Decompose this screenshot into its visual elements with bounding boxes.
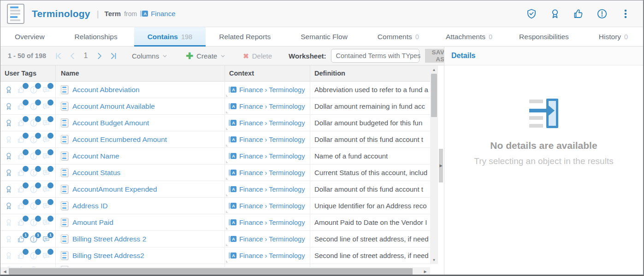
alert-tag[interactable] bbox=[30, 185, 38, 194]
alert-tag[interactable] bbox=[30, 102, 38, 111]
table-row[interactable]: Address ID A Finance › Terminology Uniqu… bbox=[0, 198, 430, 214]
scroll-right-icon[interactable]: ▶ bbox=[421, 268, 429, 275]
current-page-number[interactable]: 1 bbox=[80, 52, 91, 60]
alert-tag[interactable] bbox=[30, 202, 38, 210]
tab-relationships[interactable]: Relationships bbox=[61, 27, 134, 46]
comment-tag[interactable] bbox=[42, 169, 50, 177]
thumbs-up-tag[interactable] bbox=[17, 135, 25, 144]
thumbs-up-icon[interactable] bbox=[573, 8, 584, 19]
comment-tag[interactable] bbox=[42, 202, 50, 210]
thumbs-up-tag[interactable] bbox=[17, 169, 25, 177]
delete-button[interactable]: ✖ Delete bbox=[238, 52, 277, 60]
thumbs-up-tag[interactable] bbox=[17, 152, 25, 160]
column-header-name[interactable]: Name bbox=[56, 65, 225, 81]
comment-tag[interactable] bbox=[42, 218, 50, 227]
context-path-link[interactable]: Finance › Terminology bbox=[239, 136, 305, 143]
context-path-link[interactable]: Finance › Terminology bbox=[239, 86, 305, 94]
tab-related-reports[interactable]: Related Reports bbox=[206, 27, 287, 46]
table-row[interactable]: AccountAmount Expended A Finance › Termi… bbox=[0, 181, 430, 198]
context-path-link[interactable]: Finance › Terminology bbox=[239, 202, 305, 210]
first-page-icon[interactable] bbox=[53, 50, 65, 62]
comment-tag[interactable] bbox=[42, 119, 50, 127]
worksheet-select[interactable]: Contained Terms with TYpes bbox=[331, 49, 419, 63]
context-path-link[interactable]: Finance › Terminology bbox=[239, 169, 305, 176]
award-tag[interactable] bbox=[5, 185, 13, 194]
thumbs-up-tag[interactable] bbox=[17, 218, 25, 227]
thumbs-up-tag[interactable]: 1 bbox=[17, 235, 25, 243]
next-page-icon[interactable] bbox=[93, 50, 105, 62]
alert-tag[interactable] bbox=[30, 218, 38, 227]
columns-dropdown[interactable]: Columns bbox=[127, 52, 172, 60]
thumbs-up-tag[interactable] bbox=[17, 102, 25, 111]
term-name-link[interactable]: Billing Street Address2 bbox=[72, 252, 144, 260]
term-name-link[interactable]: Address ID bbox=[72, 202, 108, 210]
table-row[interactable]: Account Amount Available A Finance › Ter… bbox=[0, 98, 430, 115]
award-tag[interactable] bbox=[5, 169, 13, 177]
alert-tag[interactable] bbox=[30, 119, 38, 127]
thumbs-up-tag[interactable] bbox=[17, 86, 25, 94]
award-tag[interactable] bbox=[5, 86, 13, 94]
thumbs-up-tag[interactable] bbox=[17, 202, 25, 210]
column-header-context[interactable]: Context bbox=[225, 65, 310, 81]
context-path-link[interactable]: Finance › Terminology bbox=[239, 219, 305, 226]
tab-overview[interactable]: Overview bbox=[1, 27, 61, 46]
term-name-link[interactable]: Account Abbreviation bbox=[72, 86, 140, 94]
table-row[interactable]: Account Budget Amount A Finance › Termin… bbox=[0, 115, 430, 131]
tab-attachments[interactable]: Attachments 0 bbox=[432, 27, 506, 46]
alert-icon[interactable] bbox=[597, 8, 608, 19]
scroll-down-icon[interactable]: ▼ bbox=[430, 256, 438, 264]
last-page-icon[interactable] bbox=[107, 50, 119, 62]
award-tag[interactable] bbox=[5, 218, 13, 227]
context-path-link[interactable]: Finance › Terminology bbox=[239, 103, 305, 110]
table-row[interactable]: 1 1 1 Billing Street Address 2 A Finance… bbox=[0, 231, 430, 247]
tab-responsibilities[interactable]: Responsibilities bbox=[506, 27, 585, 46]
context-path-link[interactable]: Finance › Terminology bbox=[239, 119, 305, 127]
table-row[interactable]: Amount Paid A Finance › Terminology Amou… bbox=[0, 214, 430, 231]
table-vertical-scrollbar[interactable]: ▲ ▼ bbox=[430, 65, 438, 264]
kebab-menu-icon[interactable] bbox=[620, 8, 631, 19]
table-horizontal-scrollbar[interactable]: ◀ ▶ bbox=[0, 267, 430, 276]
context-path-link[interactable]: Finance › Terminology bbox=[239, 235, 305, 243]
shield-check-icon[interactable] bbox=[526, 8, 537, 19]
term-name-link[interactable]: Billing Street Address 2 bbox=[72, 235, 146, 243]
table-row[interactable]: Billing Street Address2 A Finance › Term… bbox=[0, 247, 430, 264]
alert-tag[interactable] bbox=[30, 135, 38, 144]
alert-tag[interactable] bbox=[30, 169, 38, 177]
award-tag[interactable] bbox=[5, 102, 13, 111]
comment-tag[interactable] bbox=[42, 86, 50, 94]
column-header-user-tags[interactable]: User Tags bbox=[0, 65, 56, 81]
comment-tag[interactable] bbox=[42, 102, 50, 111]
award-tag[interactable] bbox=[5, 135, 13, 144]
table-row[interactable]: Account Abbreviation A Finance › Termino… bbox=[0, 82, 430, 98]
scroll-left-icon[interactable]: ◀ bbox=[1, 268, 9, 275]
context-path-link[interactable]: Finance › Terminology bbox=[239, 153, 305, 160]
term-name-link[interactable]: Account Encumbered Amount bbox=[72, 135, 167, 144]
context-path-link[interactable]: Finance › Terminology bbox=[239, 186, 305, 193]
comment-tag[interactable] bbox=[42, 152, 50, 160]
award-tag[interactable] bbox=[5, 152, 13, 160]
comment-tag[interactable]: 1 bbox=[42, 235, 50, 243]
context-path-link[interactable]: Finance › Terminology bbox=[239, 252, 305, 259]
column-header-definition[interactable]: Definition bbox=[310, 65, 430, 81]
scroll-up-icon[interactable]: ▲ bbox=[430, 66, 438, 73]
prev-page-icon[interactable] bbox=[66, 50, 78, 62]
thumbs-up-tag[interactable] bbox=[17, 252, 25, 260]
table-row[interactable]: Account Status A Finance › Terminology C… bbox=[0, 164, 430, 181]
award-tag[interactable] bbox=[5, 202, 13, 210]
alert-tag[interactable] bbox=[30, 152, 38, 160]
term-name-link[interactable]: Account Budget Amount bbox=[72, 119, 149, 127]
alert-tag[interactable] bbox=[30, 86, 38, 94]
splitter-handle-icon[interactable]: ▶ bbox=[439, 149, 443, 182]
term-name-link[interactable]: Account Amount Available bbox=[72, 102, 155, 111]
comment-tag[interactable] bbox=[42, 135, 50, 144]
term-name-link[interactable]: Account Name bbox=[72, 152, 119, 160]
table-row[interactable]: Account Encumbered Amount A Finance › Te… bbox=[0, 131, 430, 148]
term-name-link[interactable]: Account Status bbox=[72, 169, 120, 177]
award-tag[interactable] bbox=[5, 119, 13, 127]
award-tag[interactable] bbox=[5, 252, 13, 260]
table-row[interactable]: Account Name A Finance › Terminology Nam… bbox=[0, 148, 430, 164]
vertical-scroll-thumb[interactable] bbox=[431, 74, 437, 117]
term-name-link[interactable]: Amount Paid bbox=[72, 218, 113, 227]
comment-tag[interactable] bbox=[42, 185, 50, 194]
tab-comments[interactable]: Comments 0 bbox=[364, 27, 432, 46]
